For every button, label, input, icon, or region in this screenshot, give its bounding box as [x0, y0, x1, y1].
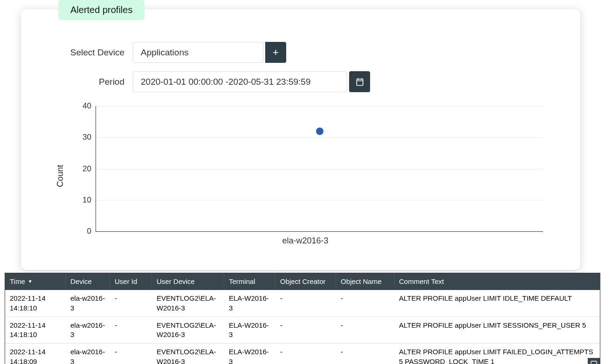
col-header-commenttext[interactable]: Comment Text — [394, 273, 600, 290]
device-select[interactable]: Applications — [133, 42, 263, 63]
cell-objectname: - — [336, 317, 394, 344]
col-header-userdevice[interactable]: User Device — [152, 273, 224, 290]
table-header-row: Time ▼ Device User Id User Device Termin… — [5, 273, 600, 290]
page-title-badge: Alerted profiles — [58, 0, 144, 20]
cell-userdevice: EVENTLOG2\ELA-W2016-3 — [152, 344, 224, 364]
grid-line — [96, 106, 543, 107]
table-row[interactable]: 2022-11-14 14:18:10 ela-w2016-3 - EVENTL… — [5, 317, 600, 344]
col-header-time[interactable]: Time ▼ — [5, 273, 66, 290]
cell-time: 2022-11-14 14:18:10 — [5, 290, 66, 317]
table-row[interactable]: 2022-11-14 14:18:09 ela-w2016-3 - EVENTL… — [5, 343, 600, 364]
cell-userdevice: EVENTLOG2\ELA-W2016-3 — [152, 317, 224, 344]
feedback-icon — [590, 360, 598, 364]
cell-device: ela-w2016-3 — [66, 344, 110, 364]
cell-terminal: ELA-W2016-3 — [224, 317, 275, 344]
cell-objectcreator: - — [275, 290, 336, 317]
grid-line — [96, 137, 543, 138]
cell-objectname: - — [336, 344, 394, 364]
period-input[interactable]: 2020-01-01 00:00:00 -2020-05-31 23:59:59 — [133, 71, 347, 92]
y-tick-3: 30 — [73, 133, 91, 142]
y-tick-0: 0 — [73, 227, 91, 236]
cell-time: 2022-11-14 14:18:10 — [5, 317, 66, 344]
cell-comment: ALTER PROFILE appUser LIMIT FAILED_LOGIN… — [394, 344, 600, 364]
table-row[interactable]: 2022-11-14 14:18:10 ela-w2016-3 - EVENTL… — [5, 290, 600, 317]
period-select-group: 2020-01-01 00:00:00 -2020-05-31 23:59:59 — [133, 71, 370, 92]
cell-comment: ALTER PROFILE appUser LIMIT IDLE_TIME DE… — [394, 290, 600, 317]
events-table: Time ▼ Device User Id User Device Termin… — [5, 273, 600, 364]
col-header-userid[interactable]: User Id — [110, 273, 152, 290]
device-filter-row: Select Device Applications + — [40, 42, 562, 63]
col-header-objectcreator[interactable]: Object Creator — [275, 273, 336, 290]
grid-line — [96, 200, 543, 201]
cell-device: ela-w2016-3 — [66, 317, 110, 344]
col-header-time-label: Time — [10, 277, 25, 286]
period-filter-row: Period 2020-01-01 00:00:00 -2020-05-31 2… — [40, 71, 562, 92]
device-filter-label: Select Device — [40, 47, 133, 58]
x-tick-0: ela-w2016-3 — [282, 236, 328, 246]
report-card: Alerted profiles Select Device Applicati… — [21, 9, 580, 270]
col-header-terminal[interactable]: Terminal — [224, 273, 275, 290]
cell-objectname: - — [336, 290, 394, 317]
chart-data-point[interactable] — [316, 128, 323, 135]
cell-userid: - — [110, 344, 152, 364]
plus-icon: + — [273, 47, 279, 59]
cell-userid: - — [110, 290, 152, 317]
y-tick-4: 40 — [73, 101, 91, 111]
calendar-icon — [355, 77, 364, 87]
chart-plot-area: 0 10 20 30 40 — [96, 106, 543, 232]
cell-device: ela-w2016-3 — [66, 290, 110, 317]
calendar-button[interactable] — [349, 71, 370, 92]
cell-userdevice: EVENTLOG2\ELA-W2016-3 — [152, 290, 224, 317]
device-select-group: Applications + — [133, 42, 286, 63]
col-header-device[interactable]: Device — [66, 273, 110, 290]
cell-time: 2022-11-14 14:18:09 — [5, 344, 66, 364]
y-tick-1: 10 — [73, 195, 91, 205]
feedback-button[interactable] — [588, 358, 600, 364]
cell-objectcreator: - — [275, 344, 336, 364]
grid-line — [96, 169, 543, 169]
cell-terminal: ELA-W2016-3 — [224, 344, 275, 364]
count-chart: Count 0 10 20 30 40 ela-w2016-3 — [68, 106, 543, 246]
table-body: 2022-11-14 14:18:10 ela-w2016-3 - EVENTL… — [5, 290, 600, 364]
col-header-objectname[interactable]: Object Name — [336, 273, 394, 290]
cell-comment: ALTER PROFILE appUser LIMIT SESSIONS_PER… — [394, 317, 600, 344]
cell-userid: - — [110, 317, 152, 344]
cell-objectcreator: - — [275, 317, 336, 344]
add-device-button[interactable]: + — [265, 42, 286, 63]
cell-terminal: ELA-W2016-3 — [224, 290, 275, 317]
sort-desc-icon: ▼ — [28, 278, 33, 285]
chart-y-axis-label: Count — [55, 165, 65, 187]
period-filter-label: Period — [40, 77, 133, 87]
y-tick-2: 20 — [73, 164, 91, 174]
